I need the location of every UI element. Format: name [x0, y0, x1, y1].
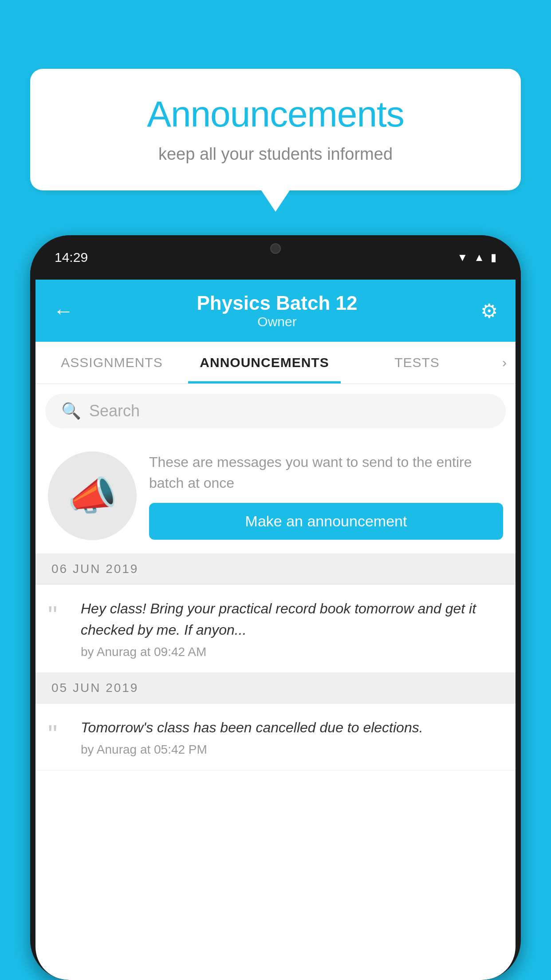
signal-icon: ▲	[474, 251, 484, 264]
battery-icon: ▮	[491, 251, 496, 264]
megaphone-icon: 📣	[67, 473, 117, 519]
phone-notch	[249, 235, 302, 262]
announcement-item-2: " Tomorrow's class has been cancelled du…	[35, 703, 516, 771]
tab-announcements[interactable]: ANNOUNCEMENTS	[188, 342, 341, 383]
speech-bubble-subtitle: keep all your students informed	[57, 145, 494, 164]
speech-bubble-container: Announcements keep all your students inf…	[30, 69, 521, 212]
announcement-text-1: Hey class! Bring your practical record b…	[81, 598, 503, 640]
search-icon: 🔍	[61, 402, 81, 420]
batch-title: Physics Batch 12	[197, 292, 358, 314]
status-icons: ▼ ▲ ▮	[276, 251, 496, 264]
tab-more[interactable]: ›	[493, 342, 516, 383]
header-center: Physics Batch 12 Owner	[197, 292, 358, 329]
status-time: 14:29	[55, 250, 276, 265]
front-camera	[270, 243, 281, 254]
app-header: ← Physics Batch 12 Owner ⚙	[35, 280, 516, 342]
phone-wrapper: 14:29 ▼ ▲ ▮ ← Physics Batch 12 Owner	[30, 235, 521, 980]
phone-screen: ← Physics Batch 12 Owner ⚙ ASSIGNMENTS A…	[35, 280, 516, 980]
status-bar: 14:29 ▼ ▲ ▮	[30, 235, 521, 280]
app-screen: ← Physics Batch 12 Owner ⚙ ASSIGNMENTS A…	[35, 280, 516, 980]
batch-role: Owner	[197, 314, 358, 329]
tab-tests[interactable]: TESTS	[341, 342, 493, 383]
settings-icon[interactable]: ⚙	[480, 300, 498, 322]
search-placeholder: Search	[89, 402, 140, 420]
speech-bubble: Announcements keep all your students inf…	[30, 69, 521, 190]
quote-icon-2: "	[48, 719, 70, 750]
prompt-right: These are messages you want to send to t…	[149, 452, 503, 540]
tab-assignments[interactable]: ASSIGNMENTS	[35, 342, 188, 383]
wifi-icon: ▼	[457, 251, 468, 264]
date-separator-1: 06 JUN 2019	[35, 554, 516, 585]
announcement-meta-1: by Anurag at 09:42 AM	[81, 645, 503, 659]
announcement-content-1: Hey class! Bring your practical record b…	[81, 598, 503, 659]
make-announcement-button[interactable]: Make an announcement	[149, 503, 503, 540]
search-bar[interactable]: 🔍 Search	[45, 394, 506, 428]
speech-bubble-title: Announcements	[57, 93, 494, 135]
date-separator-2: 05 JUN 2019	[35, 673, 516, 703]
back-button[interactable]: ←	[53, 299, 74, 323]
announcement-text-2: Tomorrow's class has been cancelled due …	[81, 717, 503, 738]
phone-mockup: 14:29 ▼ ▲ ▮ ← Physics Batch 12 Owner	[30, 235, 521, 980]
quote-icon-1: "	[48, 600, 70, 631]
speech-bubble-arrow	[261, 190, 290, 212]
announcement-content-2: Tomorrow's class has been cancelled due …	[81, 717, 503, 757]
tabs-container: ASSIGNMENTS ANNOUNCEMENTS TESTS ›	[35, 342, 516, 384]
prompt-description: These are messages you want to send to t…	[149, 452, 503, 493]
megaphone-circle: 📣	[48, 451, 137, 540]
announcement-prompt: 📣 These are messages you want to send to…	[35, 438, 516, 554]
announcement-meta-2: by Anurag at 05:42 PM	[81, 743, 503, 757]
announcement-item-1: " Hey class! Bring your practical record…	[35, 585, 516, 673]
